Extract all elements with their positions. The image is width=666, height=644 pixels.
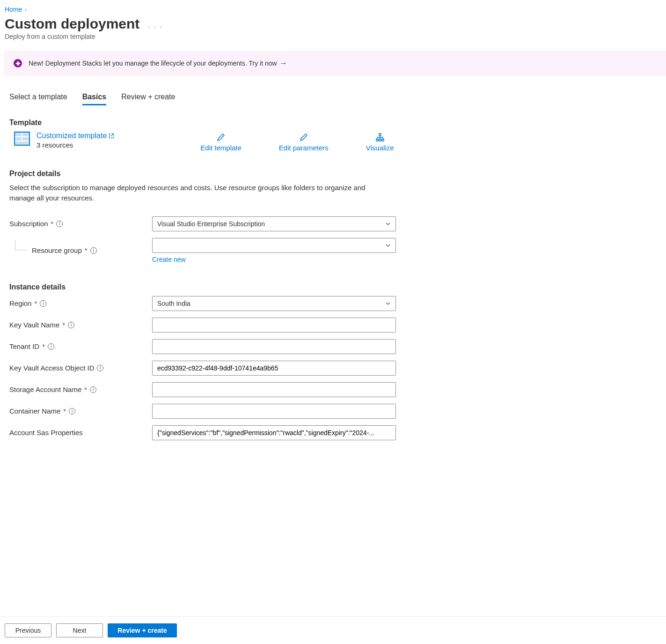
region-value: South India	[157, 300, 190, 307]
tenant-id-label: Tenant ID	[9, 342, 39, 350]
svg-rect-3	[22, 133, 29, 136]
account-sas-input[interactable]	[152, 425, 396, 440]
info-icon[interactable]: i	[68, 322, 74, 328]
breadcrumb-home[interactable]: Home	[5, 6, 22, 13]
rocket-icon	[14, 59, 22, 67]
template-icon	[14, 132, 30, 146]
info-icon[interactable]: i	[56, 221, 63, 227]
storage-account-name-input[interactable]	[152, 382, 396, 397]
more-actions-button[interactable]: · · ·	[148, 22, 162, 30]
required-indicator: *	[35, 299, 37, 307]
subscription-label: Subscription	[9, 220, 48, 228]
info-icon[interactable]: i	[48, 343, 54, 350]
subscription-value: Visual Studio Enterprise Subscription	[157, 220, 265, 228]
required-indicator: *	[51, 220, 54, 228]
next-button[interactable]: Next	[56, 623, 103, 637]
page-title: Custom deployment	[5, 16, 139, 32]
key-vault-name-input[interactable]	[152, 318, 396, 333]
region-select[interactable]: South India	[152, 296, 396, 311]
account-sas-label: Account Sas Properties	[9, 429, 83, 437]
arrow-right-icon: →	[280, 59, 287, 67]
pencil-icon	[299, 133, 308, 142]
required-indicator: *	[62, 321, 65, 329]
storage-account-name-label: Storage Account Name	[9, 385, 81, 393]
required-indicator: *	[84, 385, 87, 393]
svg-rect-7	[379, 133, 381, 135]
chevron-down-icon	[385, 221, 391, 227]
instance-details-title: Instance details	[5, 283, 661, 291]
kv-access-object-id-label: Key Vault Access Object ID	[9, 364, 94, 372]
tabs: Select a template Basics Review + create	[5, 93, 661, 105]
info-icon[interactable]: i	[69, 408, 75, 415]
chevron-down-icon	[385, 243, 391, 248]
tab-review-create[interactable]: Review + create	[121, 93, 175, 105]
key-vault-name-label: Key Vault Name	[9, 321, 59, 329]
container-name-label: Container Name	[9, 407, 60, 415]
info-icon[interactable]: i	[97, 365, 103, 371]
sitemap-icon	[375, 133, 385, 142]
required-indicator: *	[85, 246, 88, 254]
edit-template-button[interactable]: Edit template	[200, 133, 242, 152]
project-details-title: Project details	[5, 170, 661, 178]
svg-rect-5	[22, 137, 29, 141]
banner-try-link[interactable]: New! Deployment Stacks let you manage th…	[29, 59, 287, 67]
footer: Previous Next Review + create	[0, 616, 666, 644]
resource-group-label: Resource group	[32, 246, 82, 254]
project-details-description: Select the subscription to manage deploy…	[5, 183, 379, 203]
resource-group-select[interactable]	[152, 238, 396, 253]
svg-rect-2	[15, 133, 22, 136]
open-new-icon	[109, 133, 114, 139]
info-icon[interactable]: i	[90, 386, 96, 393]
chevron-right-icon: ›	[25, 7, 27, 12]
svg-rect-8	[376, 139, 378, 141]
info-icon[interactable]: i	[90, 247, 97, 254]
svg-rect-9	[379, 139, 381, 141]
breadcrumb: Home ›	[5, 6, 661, 13]
review-create-button[interactable]: Review + create	[108, 623, 177, 637]
template-section-title: Template	[5, 118, 661, 127]
region-label: Region	[9, 299, 32, 307]
kv-access-object-id-input[interactable]	[152, 361, 396, 376]
chevron-down-icon	[385, 301, 391, 306]
create-new-link[interactable]: Create new	[152, 256, 186, 263]
previous-button[interactable]: Previous	[5, 623, 51, 637]
svg-rect-6	[15, 141, 29, 145]
subscription-select[interactable]: Visual Studio Enterprise Subscription	[152, 216, 396, 231]
customized-template-text: Customized template	[37, 132, 107, 140]
visualize-button[interactable]: Visualize	[366, 133, 394, 152]
info-icon[interactable]: i	[40, 300, 46, 307]
edit-parameters-button[interactable]: Edit parameters	[279, 133, 329, 152]
container-name-input[interactable]	[152, 404, 396, 419]
page-subtitle: Deploy from a custom template	[5, 33, 661, 40]
required-indicator: *	[42, 342, 45, 350]
customized-template-link[interactable]: Customized template	[37, 132, 114, 140]
tab-select-template[interactable]: Select a template	[9, 93, 67, 105]
template-resources-count: 3 resources	[37, 141, 114, 149]
banner-text: New! Deployment Stacks let you manage th…	[29, 59, 277, 67]
edit-parameters-label: Edit parameters	[279, 144, 329, 152]
pencil-icon	[216, 133, 226, 142]
info-banner: New! Deployment Stacks let you manage th…	[4, 51, 666, 76]
required-indicator: *	[63, 407, 66, 415]
tab-basics[interactable]: Basics	[82, 93, 107, 105]
visualize-label: Visualize	[366, 144, 394, 152]
edit-template-label: Edit template	[200, 144, 242, 152]
indent-marker	[15, 240, 26, 250]
tenant-id-input[interactable]	[152, 339, 396, 354]
svg-rect-10	[382, 139, 384, 141]
svg-rect-4	[15, 137, 22, 141]
